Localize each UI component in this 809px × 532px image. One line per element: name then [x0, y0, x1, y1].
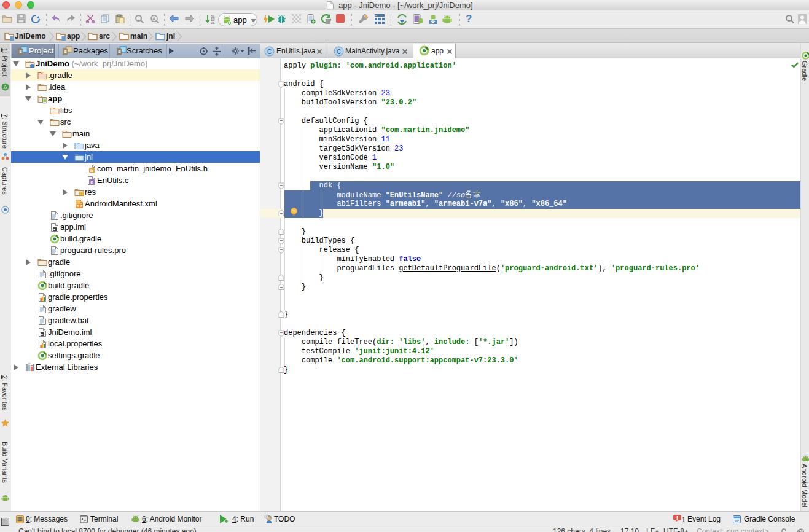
- svg-text:C: C: [337, 49, 341, 55]
- svg-text:h: h: [90, 168, 93, 173]
- svg-text:A: A: [152, 16, 156, 22]
- svg-text:c: c: [90, 179, 93, 185]
- svg-text:C: C: [267, 49, 272, 55]
- svg-text:01: 01: [211, 21, 215, 24]
